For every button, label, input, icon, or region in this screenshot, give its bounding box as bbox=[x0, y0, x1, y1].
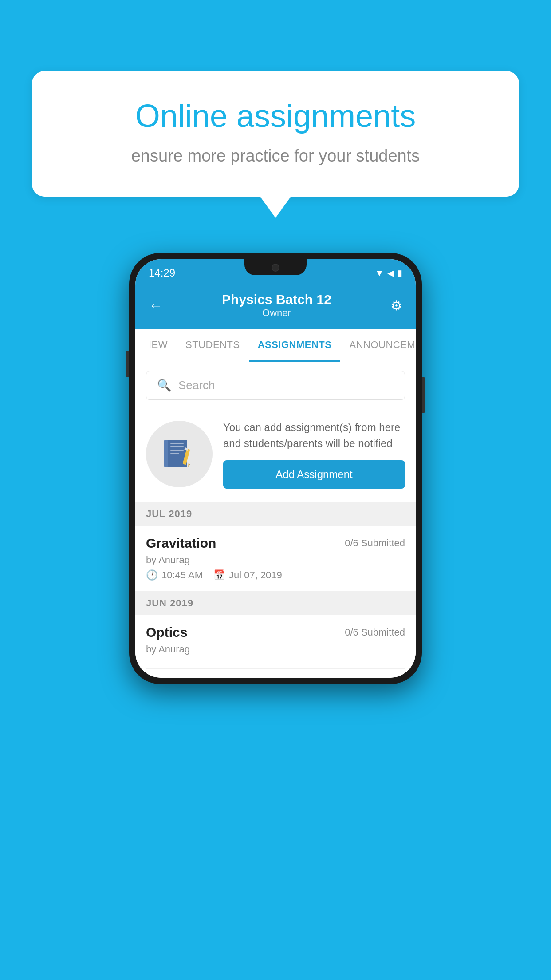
speech-bubble: Online assignments ensure more practice … bbox=[32, 71, 519, 197]
main-content: 🔍 Search bbox=[135, 362, 416, 678]
meta-date: 📅 Jul 07, 2019 bbox=[213, 569, 282, 581]
assignment-gravitation-name: Gravitation bbox=[146, 536, 216, 551]
header-title: Physics Batch 12 bbox=[222, 292, 331, 307]
header-subtitle: Owner bbox=[222, 307, 331, 319]
calendar-icon: 📅 bbox=[213, 569, 225, 581]
clock-icon: 🕐 bbox=[146, 569, 158, 581]
assignment-optics[interactable]: Optics 0/6 Submitted by Anurag bbox=[146, 615, 405, 669]
assignment-gravitation-meta: 🕐 10:45 AM 📅 Jul 07, 2019 bbox=[146, 569, 405, 581]
speech-bubble-title: Online assignments bbox=[67, 98, 484, 134]
assignment-gravitation-header: Gravitation 0/6 Submitted bbox=[146, 536, 405, 551]
settings-button[interactable]: ⚙ bbox=[390, 298, 402, 313]
assignment-gravitation[interactable]: Gravitation 0/6 Submitted by Anurag 🕐 10… bbox=[146, 526, 405, 591]
phone-mockup: 14:29 ▼ ◀ ▮ ← Physics Batch 12 Owner ⚙ I… bbox=[129, 253, 422, 684]
app-header: ← Physics Batch 12 Owner ⚙ bbox=[135, 283, 416, 329]
phone-notch bbox=[244, 259, 307, 275]
header-center: Physics Batch 12 Owner bbox=[222, 292, 331, 319]
camera-icon bbox=[272, 264, 279, 272]
month-label-jun: JUN 2019 bbox=[146, 597, 193, 609]
assignment-optics-header: Optics 0/6 Submitted bbox=[146, 625, 405, 640]
tab-iew[interactable]: IEW bbox=[140, 329, 177, 362]
month-section-jun: JUN 2019 bbox=[135, 591, 416, 615]
info-right: You can add assignment(s) from here and … bbox=[223, 419, 405, 489]
svg-marker-7 bbox=[188, 464, 190, 468]
svg-rect-4 bbox=[170, 450, 184, 451]
status-time: 14:29 bbox=[149, 267, 175, 279]
wifi-icon: ▼ bbox=[375, 268, 384, 278]
assignment-gravitation-time: 10:45 AM bbox=[161, 569, 203, 581]
meta-time: 🕐 10:45 AM bbox=[146, 569, 203, 581]
phone-screen: 14:29 ▼ ◀ ▮ ← Physics Batch 12 Owner ⚙ I… bbox=[135, 259, 416, 678]
svg-rect-2 bbox=[170, 443, 184, 444]
svg-rect-5 bbox=[170, 453, 179, 454]
battery-icon: ▮ bbox=[398, 268, 402, 278]
month-label-jul: JUL 2019 bbox=[146, 508, 192, 519]
add-assignment-button[interactable]: Add Assignment bbox=[223, 460, 405, 489]
assignment-gravitation-date: Jul 07, 2019 bbox=[229, 569, 282, 581]
info-text: You can add assignment(s) from here and … bbox=[223, 419, 405, 451]
tabs-container: IEW STUDENTS ASSIGNMENTS ANNOUNCEMENTS bbox=[135, 329, 416, 362]
notebook-svg bbox=[161, 436, 197, 472]
phone-outer: 14:29 ▼ ◀ ▮ ← Physics Batch 12 Owner ⚙ I… bbox=[129, 253, 422, 684]
svg-rect-1 bbox=[164, 440, 168, 467]
tab-students[interactable]: STUDENTS bbox=[177, 329, 249, 362]
assignment-gravitation-author: by Anurag bbox=[146, 554, 405, 566]
assignment-gravitation-submitted: 0/6 Submitted bbox=[345, 537, 405, 549]
svg-rect-3 bbox=[170, 446, 184, 447]
tab-assignments[interactable]: ASSIGNMENTS bbox=[249, 329, 341, 362]
search-icon: 🔍 bbox=[157, 379, 171, 392]
info-section: You can add assignment(s) from here and … bbox=[146, 411, 405, 502]
notebook-icon-circle bbox=[146, 421, 213, 487]
assignment-optics-author: by Anurag bbox=[146, 644, 405, 655]
search-placeholder: Search bbox=[178, 379, 215, 392]
back-button[interactable]: ← bbox=[149, 297, 163, 314]
status-icons: ▼ ◀ ▮ bbox=[375, 268, 402, 278]
speech-bubble-section: Online assignments ensure more practice … bbox=[32, 71, 519, 218]
speech-bubble-subtitle: ensure more practice for your students bbox=[67, 146, 484, 166]
tab-announcements[interactable]: ANNOUNCEMENTS bbox=[340, 329, 416, 362]
month-section-jul: JUL 2019 bbox=[135, 502, 416, 526]
assignment-optics-submitted: 0/6 Submitted bbox=[345, 627, 405, 638]
speech-bubble-tail bbox=[260, 196, 291, 218]
signal-icon: ◀ bbox=[387, 268, 394, 278]
assignment-optics-name: Optics bbox=[146, 625, 187, 640]
search-bar[interactable]: 🔍 Search bbox=[146, 371, 405, 400]
